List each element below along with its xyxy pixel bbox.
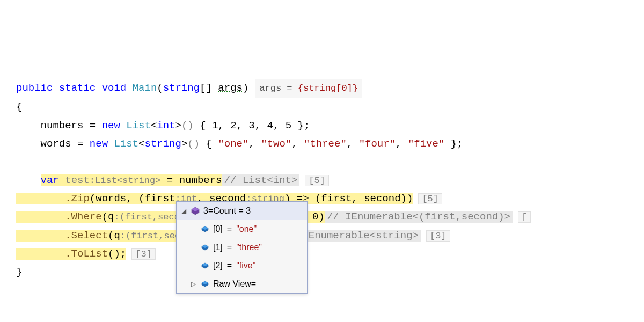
hint-where-type: // IEnumerable<(first,second)> — [325, 211, 513, 223]
code-editor[interactable]: public static void Main(string[] args)ar… — [16, 79, 644, 281]
datatip-count: 3=Count = 3 — [203, 207, 251, 215]
hint-numbers-count[interactable]: [5] — [305, 175, 329, 186]
call-select[interactable]: .Select — [65, 230, 108, 241]
hint-numbers-type: // List<int> — [222, 174, 300, 186]
datatip-item-1[interactable]: [1]="three" — [177, 238, 307, 257]
hint-tolist-count[interactable]: [3] — [131, 248, 156, 260]
field-icon — [200, 224, 210, 234]
type-string: string — [163, 82, 200, 94]
var-numbers[interactable]: numbers — [41, 120, 84, 131]
hint-select-count[interactable]: [3] — [426, 230, 450, 241]
field-icon — [200, 243, 210, 252]
datatip-raw-view[interactable]: ▷ Raw View= — [177, 275, 307, 293]
keyword-static: static — [59, 82, 96, 94]
keyword-var: var — [41, 174, 59, 186]
call-zip[interactable]: .Zip — [65, 193, 90, 204]
datatip-item-0[interactable]: [0]="one" — [177, 220, 307, 238]
hint-zip-count[interactable]: [5] — [418, 193, 442, 204]
call-tolist[interactable]: .ToList — [65, 248, 108, 260]
datatip-item-2[interactable]: [2]="five" — [177, 257, 307, 275]
keyword-void: void — [102, 82, 127, 94]
field-icon — [200, 279, 210, 289]
var-test[interactable]: test — [65, 174, 90, 186]
object-icon — [191, 206, 200, 216]
datatip-header-row[interactable]: ◢ 3=Count = 3 — [177, 202, 307, 220]
var-words[interactable]: words — [41, 138, 71, 150]
args-inline-hint: args = {string[0]} — [255, 79, 362, 98]
collapse-icon[interactable]: ◢ — [180, 208, 187, 214]
expand-icon[interactable]: ▷ — [189, 281, 197, 287]
brace-open: { — [16, 101, 22, 113]
debugger-datatip[interactable]: ◢ 3=Count = 3 [0]="one" [1]="three" [2]=… — [176, 201, 308, 294]
brace-close: } — [16, 266, 22, 278]
call-where[interactable]: .Where — [65, 211, 101, 223]
field-icon — [200, 261, 210, 270]
param-args[interactable]: args — [218, 82, 243, 94]
keyword-public: public — [16, 82, 53, 94]
hint-test-type: :List<string> — [90, 175, 161, 186]
method-name: Main — [133, 82, 157, 94]
